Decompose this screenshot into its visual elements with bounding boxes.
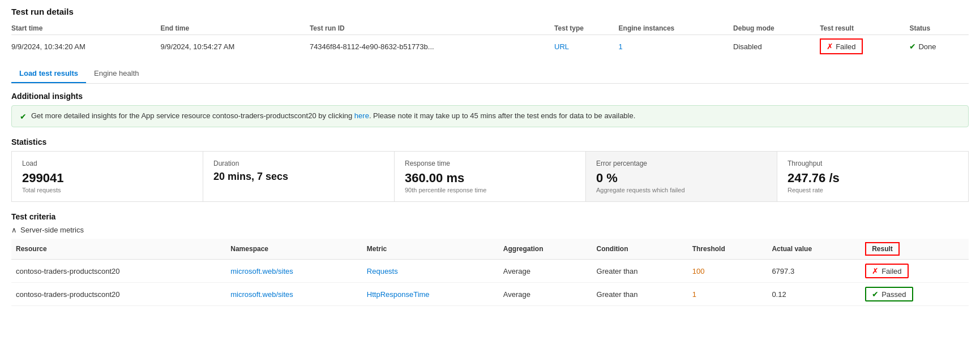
th-result: Result — [861, 239, 969, 260]
row1-resource: contoso-traders-productscont20 — [11, 260, 226, 283]
tabs-container: Load test results Engine health — [11, 64, 969, 84]
end-time-value: 9/9/2024, 10:54:27 AM — [160, 35, 309, 58]
start-time-value: 9/9/2024, 10:34:20 AM — [11, 35, 160, 58]
test-result-badge: ✗ Failed — [820, 38, 862, 54]
criteria-row-2: contoso-traders-productscont20 microsoft… — [11, 283, 969, 306]
stat-load: Load 299041 Total requests — [12, 152, 203, 201]
col-status: Status — [909, 22, 969, 35]
test-run-id-value: 74346f84-8112-4e90-8632-b51773b... — [310, 35, 554, 58]
row1-fail-icon: ✗ — [872, 266, 879, 275]
row1-aggregation: Average — [499, 260, 592, 283]
col-end-time: End time — [160, 22, 309, 35]
stat-throughput: Throughput 247.76 /s Request rate — [777, 152, 968, 201]
stat-duration-value: 20 mins, 7 secs — [213, 171, 384, 183]
row2-metric: HttpResponseTime — [362, 283, 499, 306]
stat-load-label: Load — [22, 160, 192, 167]
col-test-type: Test type — [554, 22, 618, 35]
criteria-row-1: contoso-traders-productscont20 microsoft… — [11, 260, 969, 283]
row1-namespace: microsoft.web/sites — [226, 260, 362, 283]
test-criteria-title: Test criteria — [11, 212, 969, 221]
row2-namespace: microsoft.web/sites — [226, 283, 362, 306]
stat-throughput-sub: Request rate — [788, 187, 958, 193]
stat-throughput-label: Throughput — [788, 160, 958, 167]
col-test-result: Test result — [820, 22, 909, 35]
insights-text: Get more detailed insights for the App s… — [31, 111, 635, 120]
stat-response-sub: 90th percentile response time — [405, 187, 575, 193]
test-result-value: ✗ Failed — [820, 35, 909, 58]
stat-error-pct: Error percentage 0 % Aggregate requests … — [586, 152, 777, 201]
criteria-table: Resource Namespace Metric Aggregation Co… — [11, 239, 969, 306]
status-badge: ✔ Done — [909, 42, 936, 51]
insights-icon: ✔ — [20, 112, 27, 121]
col-debug-mode: Debug mode — [733, 22, 820, 35]
row1-result-badge: ✗ Failed — [865, 264, 908, 278]
status-label: Done — [918, 42, 936, 51]
row2-threshold: 1 — [688, 283, 768, 306]
test-type-value: URL — [554, 35, 618, 58]
tab-engine-health[interactable]: Engine health — [86, 64, 147, 83]
done-icon: ✔ — [909, 42, 916, 51]
th-resource: Resource — [11, 239, 226, 260]
row2-result: ✔ Passed — [861, 283, 969, 306]
col-test-run-id: Test run ID — [310, 22, 554, 35]
tab-load-test-results[interactable]: Load test results — [11, 64, 86, 83]
run-details-row: 9/9/2024, 10:34:20 AM 9/9/2024, 10:54:27… — [11, 35, 969, 58]
row2-pass-icon: ✔ — [872, 290, 879, 299]
row2-resource: contoso-traders-productscont20 — [11, 283, 226, 306]
row2-result-label: Passed — [881, 290, 906, 299]
insights-text-after: . Please note it may take up to 45 mins … — [369, 111, 635, 120]
server-side-label: Server-side metrics — [20, 226, 84, 234]
th-aggregation: Aggregation — [499, 239, 592, 260]
stat-response-value: 360.00 ms — [405, 171, 575, 186]
run-details-table: Start time End time Test run ID Test typ… — [11, 22, 969, 58]
result-header-box: Result — [865, 242, 900, 256]
row2-aggregation: Average — [499, 283, 592, 306]
stat-error-label: Error percentage — [596, 160, 767, 167]
stat-response-time: Response time 360.00 ms 90th percentile … — [395, 152, 586, 201]
engine-instances-value: 1 — [619, 35, 733, 58]
collapse-arrow-icon: ∧ — [11, 226, 17, 234]
stat-duration-label: Duration — [213, 160, 384, 167]
row1-result: ✗ Failed — [861, 260, 969, 283]
test-result-label: Failed — [836, 42, 855, 51]
th-threshold: Threshold — [688, 239, 768, 260]
col-start-time: Start time — [11, 22, 160, 35]
insights-banner: ✔ Get more detailed insights for the App… — [11, 105, 969, 127]
status-value: ✔ Done — [909, 35, 969, 58]
row1-condition: Greater than — [592, 260, 688, 283]
th-condition: Condition — [592, 239, 688, 260]
insights-text-before: Get more detailed insights for the App s… — [31, 111, 354, 120]
stat-error-value: 0 % — [596, 171, 767, 186]
insights-link[interactable]: here — [354, 111, 369, 120]
statistics-section: Statistics Load 299041 Total requests Du… — [11, 137, 969, 202]
stats-row: Load 299041 Total requests Duration 20 m… — [11, 151, 969, 202]
fail-icon: ✗ — [827, 42, 833, 51]
insights-section: Additional insights ✔ Get more detailed … — [11, 92, 969, 127]
stat-response-label: Response time — [405, 160, 575, 167]
row1-threshold: 100 — [688, 260, 768, 283]
debug-mode-value: Disabled — [733, 35, 820, 58]
row2-actual: 0.12 — [767, 283, 861, 306]
th-actual-value: Actual value — [767, 239, 861, 260]
col-engine-instances: Engine instances — [619, 22, 733, 35]
statistics-title: Statistics — [11, 137, 969, 146]
stat-throughput-value: 247.76 /s — [788, 171, 958, 186]
row1-actual: 6797.3 — [767, 260, 861, 283]
server-side-collapse[interactable]: ∧ Server-side metrics — [11, 226, 969, 234]
page-title: Test run details — [11, 7, 969, 16]
row2-result-badge: ✔ Passed — [865, 287, 913, 301]
th-metric: Metric — [362, 239, 499, 260]
row1-metric: Requests — [362, 260, 499, 283]
stat-duration: Duration 20 mins, 7 secs — [203, 152, 395, 201]
insights-title: Additional insights — [11, 92, 969, 101]
stat-load-sub: Total requests — [22, 187, 192, 193]
test-criteria-section: Test criteria ∧ Server-side metrics Reso… — [11, 212, 969, 306]
row1-result-label: Failed — [881, 267, 901, 275]
stat-load-value: 299041 — [22, 171, 192, 186]
row2-condition: Greater than — [592, 283, 688, 306]
th-namespace: Namespace — [226, 239, 362, 260]
stat-error-sub: Aggregate requests which failed — [596, 187, 767, 193]
